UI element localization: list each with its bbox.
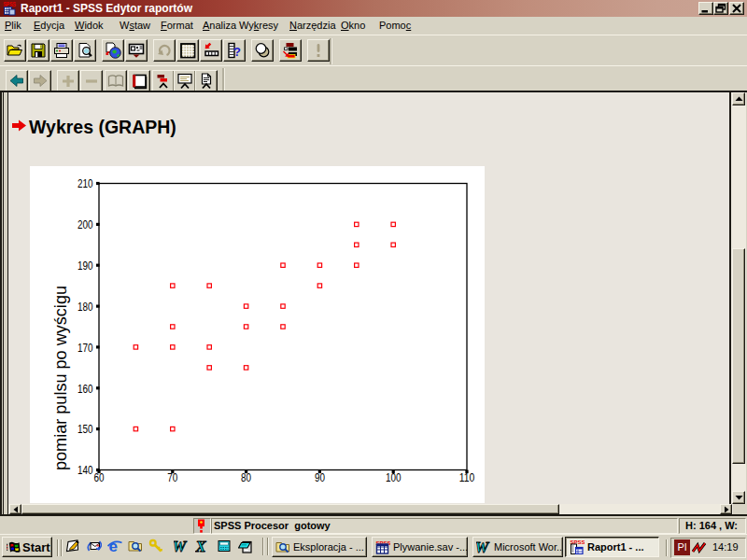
svg-text:200: 200 <box>78 217 93 231</box>
svg-text:pomiar pulsu po wyścigu: pomiar pulsu po wyścigu <box>50 286 70 470</box>
svg-text:190: 190 <box>78 259 93 273</box>
svg-text:160: 160 <box>78 382 93 396</box>
svg-text:210: 210 <box>78 176 93 190</box>
svg-text:e: e <box>109 539 118 553</box>
svg-text:SPSS: SPSS <box>4 1 17 7</box>
svg-text:70: 70 <box>167 470 177 484</box>
svg-text:60: 60 <box>94 470 105 484</box>
svg-text:170: 170 <box>78 341 93 355</box>
svg-text:80: 80 <box>241 470 251 484</box>
svg-text:140: 140 <box>78 463 93 477</box>
svg-text:100: 100 <box>386 470 402 484</box>
svg-text:W: W <box>476 539 490 554</box>
svg-text:150: 150 <box>78 422 93 436</box>
svg-text:180: 180 <box>78 300 93 314</box>
svg-text:90: 90 <box>315 470 325 484</box>
svg-text:W: W <box>174 539 188 553</box>
svg-text:?: ? <box>233 45 241 59</box>
svg-text:110: 110 <box>459 470 475 484</box>
svg-text:X: X <box>195 539 207 553</box>
